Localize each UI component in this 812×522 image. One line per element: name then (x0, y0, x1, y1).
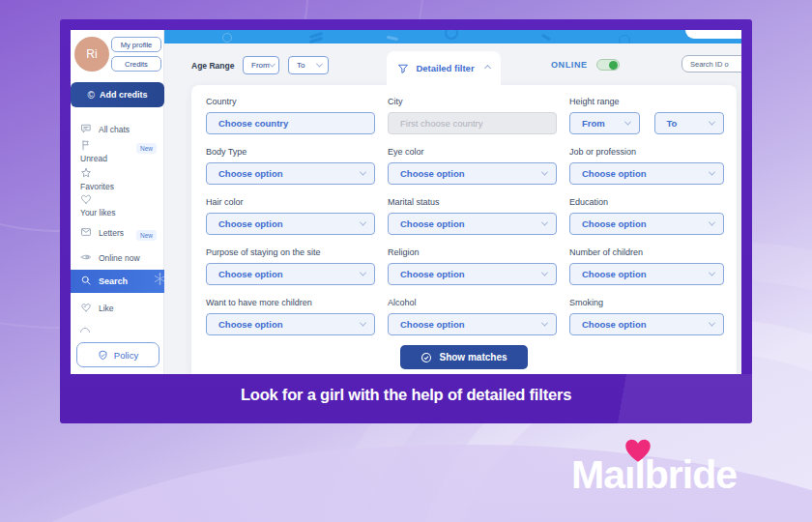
age-to-value: To (297, 61, 304, 70)
sidebar-item-favorites[interactable]: Favorites (80, 167, 114, 191)
promo-caption: Look for a girl with the help of detaile… (60, 386, 752, 404)
filter-cell: Marital statusChoose option (388, 197, 557, 235)
filter-cell: Body TypeChoose option (206, 147, 375, 185)
mailbride-logo: Maılbride (571, 452, 737, 498)
religion-select[interactable]: Choose option (388, 263, 557, 285)
age-to-select[interactable]: To (288, 56, 329, 74)
eye-icon (80, 251, 92, 265)
filter-label: Country (206, 97, 375, 106)
doodle (445, 30, 458, 40)
show-matches-label: Show matches (439, 352, 507, 362)
chevron-down-icon (709, 169, 715, 176)
sidebar-item-search[interactable]: Search (71, 270, 164, 293)
chevron-down-icon (360, 219, 366, 226)
chevron-down-icon (709, 320, 715, 327)
filter-cell: Eye colorChoose option (388, 147, 557, 185)
search-id-input[interactable] (682, 55, 741, 72)
filter-label: Education (569, 197, 724, 207)
sidebar-item-label: Unread (80, 154, 107, 163)
filter-cell: SmokingChoose option (569, 298, 724, 335)
alcohol-select[interactable]: Choose option (388, 313, 557, 335)
sidebar-item-unread[interactable]: Unread (80, 139, 107, 163)
filter-cell: Purpose of staying on the siteChoose opt… (206, 247, 375, 285)
heart-logo-icon (623, 436, 653, 463)
policy-label: Policy (114, 350, 138, 361)
job-or-profession-select[interactable]: Choose option (569, 162, 724, 185)
country-select[interactable]: Choose country (206, 112, 375, 134)
chevron-down-icon (541, 320, 548, 327)
filter-cell: EducationChoose option (569, 197, 724, 235)
heart-like-icon (80, 302, 92, 315)
education-select[interactable]: Choose option (569, 213, 724, 235)
age-from-select[interactable]: From (243, 56, 279, 74)
filter-cell: Hair colorChoose option (206, 197, 375, 235)
filter-cell: CityFirst choose country (388, 97, 557, 134)
credits-button[interactable]: Credits (111, 56, 161, 72)
city-select-disabled: First choose country (388, 112, 557, 134)
sidebar-item-label: Your likes (80, 208, 116, 218)
promo-frame: Ri My profile Credits © Add credits All … (60, 19, 752, 423)
sidebar-item-online-now[interactable]: Online now (80, 251, 140, 265)
filter-label: Religion (388, 247, 557, 257)
top-search-pill[interactable] (685, 30, 741, 39)
star-icon (80, 167, 114, 179)
doodle (619, 35, 630, 44)
hair-color-select[interactable]: Choose option (206, 213, 375, 235)
online-label: ONLINE (551, 60, 588, 70)
filter-cell: ReligionChoose option (388, 247, 557, 285)
chevron-down-icon (709, 270, 715, 276)
sidebar-item-your-likes[interactable]: Your likes (80, 193, 116, 218)
heart-icon (80, 193, 116, 205)
sidebar-item-label: Like (99, 304, 114, 313)
add-credits-label: Add credits (100, 90, 148, 100)
marital-status-select[interactable]: Choose option (388, 213, 557, 235)
funnel-icon (397, 63, 409, 74)
new-badge: New (136, 143, 157, 154)
filter-label: Number of children (569, 247, 724, 257)
filter-label: Alcohol (388, 298, 557, 307)
chevron-down-icon (709, 119, 715, 126)
sidebar-item-like[interactable]: Like (80, 302, 114, 315)
sidebar-item-letters[interactable]: Letters (80, 226, 124, 240)
magnifier-icon (80, 275, 92, 288)
sidebar: Ri My profile Credits © Add credits All … (71, 30, 164, 374)
filter-cell: AlcoholChoose option (388, 298, 557, 335)
chevron-down-icon (541, 169, 548, 176)
height-to-select[interactable]: To (654, 112, 725, 134)
detailed-filter-tab[interactable]: Detailed filter (387, 51, 501, 85)
snowflake-icon (153, 272, 164, 288)
chevron-down-icon (360, 270, 366, 276)
logo-text: Ma (571, 452, 624, 497)
detailed-filter-label: Detailed filter (416, 63, 474, 73)
sidebar-item-all-chats[interactable]: All chats (80, 123, 130, 136)
filter-label: City (388, 97, 557, 106)
sidebar-item-label: Letters (99, 228, 124, 238)
age-from-value: From (251, 61, 270, 70)
chevron-down-icon (360, 320, 366, 327)
want-to-have-more-children-select[interactable]: Choose option (206, 313, 375, 335)
purpose-of-staying-on-the-site-select[interactable]: Choose option (206, 263, 375, 285)
filter-label: Hair color (206, 197, 375, 207)
add-credits-button[interactable]: © Add credits (71, 82, 164, 107)
smoking-select[interactable]: Choose option (569, 313, 724, 335)
filter-label: Marital status (388, 197, 557, 207)
filter-cell: Want to have more childrenChoose option (206, 298, 375, 335)
online-toggle[interactable] (596, 59, 620, 71)
eye-color-select[interactable]: Choose option (388, 162, 557, 185)
avatar[interactable]: Ri (74, 37, 109, 72)
body-type-select[interactable]: Choose option (206, 162, 375, 185)
toggle-knob (609, 61, 618, 70)
chevron-down-icon (624, 119, 630, 126)
filter-label: Smoking (569, 298, 724, 307)
filter-label: Body Type (206, 147, 375, 157)
policy-button[interactable]: Policy (76, 342, 160, 367)
new-badge: New (136, 230, 157, 241)
number-of-children-select[interactable]: Choose option (569, 263, 724, 285)
age-range-label: Age Range (191, 61, 234, 71)
show-matches-button[interactable]: Show matches (400, 345, 528, 369)
filter-label: Eye color (388, 147, 557, 157)
filter-label: Purpose of staying on the site (206, 247, 375, 257)
my-profile-button[interactable]: My profile (111, 37, 161, 52)
height-from-select[interactable]: From (569, 112, 640, 134)
sidebar-item-label: Online now (99, 253, 140, 263)
